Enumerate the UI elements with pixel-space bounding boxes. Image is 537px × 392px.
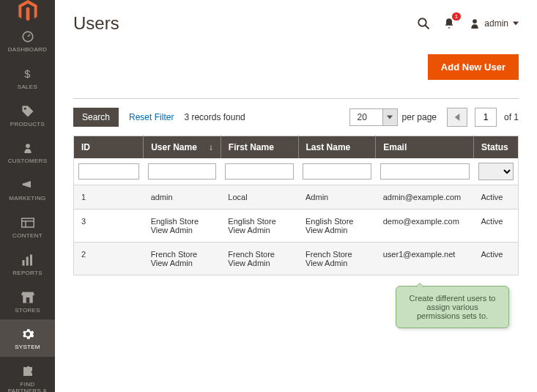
col-firstname-header[interactable]: First Name xyxy=(221,136,298,159)
table-row[interactable]: 1 admin Local Admin admin@example.com Ac… xyxy=(74,185,519,210)
svg-rect-5 xyxy=(21,218,34,227)
svg-rect-4 xyxy=(22,184,23,186)
col-username-header[interactable]: User Name↓ xyxy=(144,136,221,159)
grid-toolbar: Search Reset Filter 3 records found 20 p… xyxy=(73,99,519,136)
nav-label: REPORTS xyxy=(12,270,42,277)
page-size-select[interactable]: 20 xyxy=(349,108,398,126)
dollar-icon: $ xyxy=(21,67,35,81)
pager: of 1 xyxy=(447,108,519,127)
svg-rect-9 xyxy=(26,256,28,265)
svg-point-2 xyxy=(23,107,26,109)
nav-label: DASHBOARD xyxy=(8,47,47,53)
col-status-header[interactable]: Status xyxy=(474,136,519,159)
nav-label: SALES xyxy=(18,84,37,91)
search-icon[interactable] xyxy=(417,17,430,30)
svg-point-3 xyxy=(26,144,30,149)
nav-label: STORES xyxy=(15,308,40,314)
cell-lastname: French Store View Admin xyxy=(298,243,376,275)
nav-label: FIND PARTNERS & EXTENSIONS xyxy=(3,382,52,392)
nav-products[interactable]: PRODUCTS xyxy=(0,97,55,134)
filter-lastname-input[interactable] xyxy=(303,163,371,180)
cell-lastname: Admin xyxy=(298,185,376,210)
layout-icon xyxy=(21,215,35,230)
cell-username: French Store View Admin xyxy=(144,243,221,275)
cell-status: Active xyxy=(474,210,519,243)
notification-badge: 1 xyxy=(452,12,461,21)
per-page-control: 20 per page xyxy=(349,108,437,126)
user-icon xyxy=(470,18,480,29)
magento-logo[interactable] xyxy=(0,0,55,22)
col-email-header[interactable]: Email xyxy=(376,136,474,159)
sidebar: DASHBOARD $SALES PRODUCTS CUSTOMERS MARK… xyxy=(0,0,55,392)
filter-username-input[interactable] xyxy=(148,163,217,180)
page-header: Users 1 admin xyxy=(73,0,519,40)
filter-id-input[interactable] xyxy=(78,163,139,180)
users-table: ID User Name↓ First Name Last Name Email… xyxy=(73,136,519,275)
search-button[interactable]: Search xyxy=(73,108,119,127)
page-of-label: of 1 xyxy=(504,112,519,122)
cell-status: Active xyxy=(474,243,519,275)
table-row[interactable]: 3 English Store View Admin English Store… xyxy=(74,210,519,243)
filter-row xyxy=(74,158,519,185)
person-icon xyxy=(21,141,35,155)
nav-customers[interactable]: CUSTOMERS xyxy=(0,133,55,171)
cell-id: 2 xyxy=(74,243,144,275)
svg-rect-8 xyxy=(22,260,24,266)
filter-status-select[interactable] xyxy=(478,163,514,180)
svg-point-15 xyxy=(473,19,477,23)
nav-partners[interactable]: FIND PARTNERS & EXTENSIONS xyxy=(0,357,55,392)
page-size-value: 20 xyxy=(350,109,382,125)
nav-content[interactable]: CONTENT xyxy=(0,208,55,245)
cell-status: Active xyxy=(474,185,519,210)
cell-username: admin xyxy=(144,185,221,210)
cell-email: demo@example.com xyxy=(376,210,474,243)
page-input[interactable] xyxy=(475,108,497,127)
col-lastname-header[interactable]: Last Name xyxy=(298,136,376,159)
nav-label: CUSTOMERS xyxy=(8,158,48,165)
megaphone-icon xyxy=(21,178,35,193)
chevron-down-icon[interactable] xyxy=(382,109,397,125)
notification-icon[interactable]: 1 xyxy=(443,17,456,30)
actions-bar: Add New User xyxy=(73,40,519,99)
cell-username: English Store View Admin xyxy=(144,210,221,243)
user-menu[interactable]: admin xyxy=(470,18,519,29)
nav-stores[interactable]: STORES xyxy=(0,283,55,320)
table-row[interactable]: 2 French Store View Admin French Store V… xyxy=(74,243,519,275)
add-new-user-button[interactable]: Add New User xyxy=(428,54,519,80)
page-title: Users xyxy=(73,13,119,34)
filter-email-input[interactable] xyxy=(380,163,470,180)
prev-page-button[interactable] xyxy=(447,108,467,127)
sort-arrow-icon: ↓ xyxy=(209,142,213,152)
filter-firstname-input[interactable] xyxy=(225,163,294,180)
col-id-header[interactable]: ID xyxy=(74,136,144,159)
per-page-label: per page xyxy=(402,112,437,122)
reset-filter-link[interactable]: Reset Filter xyxy=(129,112,174,122)
nav-system[interactable]: SYSTEM xyxy=(0,319,55,357)
header-actions: 1 admin xyxy=(417,17,519,30)
help-tooltip: Create different users to assign various… xyxy=(396,286,509,328)
chart-icon xyxy=(21,253,35,267)
dashboard-icon xyxy=(21,29,35,44)
main-content: Users 1 admin Add New User Search Reset … xyxy=(55,0,537,392)
nav-label: CONTENT xyxy=(12,233,42,240)
nav-label: MARKETING xyxy=(9,196,45,202)
cell-id: 1 xyxy=(74,185,144,210)
svg-text:$: $ xyxy=(24,68,30,80)
svg-rect-10 xyxy=(30,254,32,265)
nav-label: PRODUCTS xyxy=(10,122,45,128)
nav-reports[interactable]: REPORTS xyxy=(0,245,55,283)
nav-dashboard[interactable]: DASHBOARD xyxy=(0,22,55,59)
nav-label: SYSTEM xyxy=(15,344,40,351)
cell-lastname: English Store View Admin xyxy=(298,210,376,243)
gear-icon xyxy=(21,327,35,341)
records-found: 3 records found xyxy=(184,112,245,122)
svg-line-14 xyxy=(426,25,429,29)
nav-marketing[interactable]: MARKETING xyxy=(0,171,55,208)
svg-point-13 xyxy=(419,18,427,26)
svg-rect-12 xyxy=(26,297,29,303)
chevron-down-icon xyxy=(513,21,519,26)
nav-sales[interactable]: $SALES xyxy=(0,59,55,97)
user-label: admin xyxy=(484,18,508,29)
cell-firstname: English Store View Admin xyxy=(221,210,298,243)
cell-email: user1@example.net xyxy=(376,243,474,275)
